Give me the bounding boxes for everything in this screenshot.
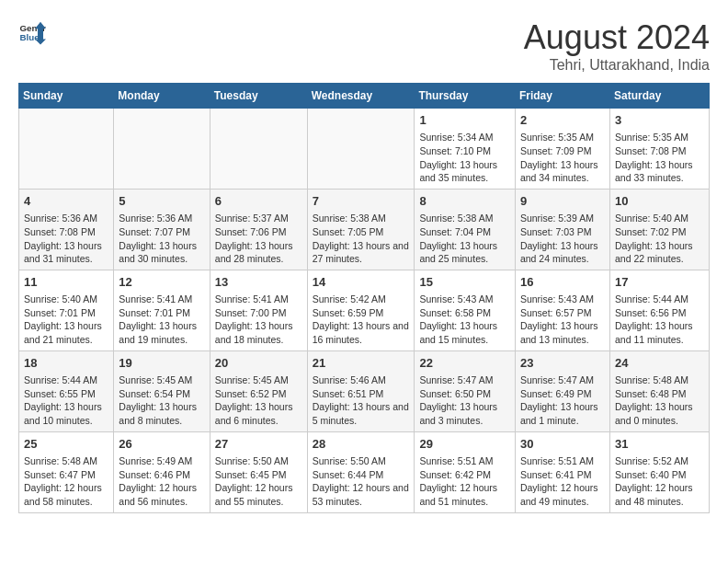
day-number: 18: [24, 355, 108, 372]
logo: General Blue: [18, 18, 46, 46]
day-info: Sunrise: 5:45 AM: [119, 373, 204, 387]
day-info: Daylight: 13 hours and 30 minutes.: [119, 239, 204, 266]
day-info: Sunset: 6:58 PM: [419, 306, 510, 320]
day-info: Daylight: 13 hours and 10 minutes.: [24, 400, 108, 427]
day-cell: 31Sunrise: 5:52 AMSunset: 6:40 PMDayligh…: [609, 431, 709, 512]
day-number: 23: [520, 355, 605, 372]
day-info: Sunset: 6:52 PM: [215, 387, 302, 401]
day-cell: 6Sunrise: 5:37 AMSunset: 7:06 PMDaylight…: [210, 189, 307, 270]
day-info: Sunset: 7:04 PM: [419, 225, 510, 239]
day-info: Sunrise: 5:35 AM: [615, 131, 704, 144]
day-info: Sunrise: 5:43 AM: [520, 293, 605, 306]
day-info: Daylight: 13 hours and 22 minutes.: [615, 239, 704, 266]
day-info: Sunrise: 5:49 AM: [119, 454, 204, 468]
day-info: Sunset: 7:01 PM: [24, 306, 108, 320]
day-info: Sunrise: 5:51 AM: [419, 454, 510, 468]
day-info: Sunrise: 5:44 AM: [615, 293, 704, 306]
day-cell: 2Sunrise: 5:35 AMSunset: 7:09 PMDaylight…: [515, 109, 609, 190]
day-cell: [307, 109, 415, 190]
day-info: Sunset: 6:45 PM: [215, 468, 302, 482]
day-number: 4: [24, 193, 108, 210]
day-info: Sunrise: 5:45 AM: [215, 373, 302, 387]
day-info: Sunset: 7:10 PM: [419, 144, 510, 158]
day-info: Daylight: 13 hours and 25 minutes.: [419, 239, 510, 266]
day-info: Daylight: 12 hours and 58 minutes.: [24, 481, 108, 508]
day-info: Daylight: 13 hours and 6 minutes.: [215, 400, 302, 427]
day-number: 13: [215, 274, 302, 291]
day-info: Sunrise: 5:48 AM: [24, 454, 108, 468]
day-number: 16: [520, 274, 605, 291]
day-info: Daylight: 13 hours and 16 minutes.: [313, 319, 410, 346]
day-info: Sunset: 6:46 PM: [119, 468, 204, 482]
day-cell: 24Sunrise: 5:48 AMSunset: 6:48 PMDayligh…: [609, 350, 709, 431]
title-area: August 2024 Tehri, Uttarakhand, India: [524, 18, 710, 74]
day-info: Daylight: 13 hours and 18 minutes.: [215, 319, 302, 346]
day-info: Sunset: 7:07 PM: [119, 225, 204, 239]
day-info: Daylight: 13 hours and 1 minute.: [520, 400, 605, 427]
day-info: Daylight: 13 hours and 28 minutes.: [215, 239, 302, 266]
day-info: Sunrise: 5:36 AM: [24, 212, 108, 225]
day-cell: [210, 109, 307, 190]
day-number: 29: [419, 436, 510, 453]
day-number: 1: [419, 112, 510, 129]
week-row-1: 1Sunrise: 5:34 AMSunset: 7:10 PMDaylight…: [19, 109, 710, 190]
day-cell: 28Sunrise: 5:50 AMSunset: 6:44 PMDayligh…: [307, 431, 415, 512]
day-info: Sunset: 7:05 PM: [313, 225, 410, 239]
day-number: 14: [313, 274, 410, 291]
day-cell: 16Sunrise: 5:43 AMSunset: 6:57 PMDayligh…: [515, 270, 609, 350]
day-info: Daylight: 13 hours and 8 minutes.: [119, 400, 204, 427]
day-number: 17: [615, 274, 704, 291]
day-info: Daylight: 13 hours and 33 minutes.: [615, 158, 704, 185]
day-number: 28: [313, 436, 410, 453]
day-info: Sunrise: 5:40 AM: [615, 212, 704, 225]
day-info: Sunset: 7:03 PM: [520, 225, 605, 239]
day-number: 12: [119, 274, 204, 291]
day-number: 2: [520, 112, 605, 129]
day-cell: 14Sunrise: 5:42 AMSunset: 6:59 PMDayligh…: [307, 270, 415, 350]
logo-icon: General Blue: [18, 18, 46, 46]
day-info: Sunrise: 5:43 AM: [419, 293, 510, 306]
day-number: 31: [615, 436, 704, 453]
day-info: Daylight: 13 hours and 21 minutes.: [24, 319, 108, 346]
week-row-2: 4Sunrise: 5:36 AMSunset: 7:08 PMDaylight…: [19, 189, 710, 270]
day-number: 7: [313, 193, 410, 210]
day-cell: 1Sunrise: 5:34 AMSunset: 7:10 PMDaylight…: [415, 109, 516, 190]
day-info: Sunset: 7:08 PM: [24, 225, 108, 239]
day-info: Daylight: 13 hours and 35 minutes.: [419, 158, 510, 185]
day-info: Sunrise: 5:35 AM: [520, 131, 605, 144]
day-cell: 23Sunrise: 5:47 AMSunset: 6:49 PMDayligh…: [515, 350, 609, 431]
calendar-table: SundayMondayTuesdayWednesdayThursdayFrid…: [18, 83, 710, 513]
day-info: Sunrise: 5:34 AM: [419, 131, 510, 144]
day-info: Sunrise: 5:47 AM: [419, 373, 510, 387]
day-cell: 4Sunrise: 5:36 AMSunset: 7:08 PMDaylight…: [19, 189, 114, 270]
day-info: Sunset: 7:06 PM: [215, 225, 302, 239]
day-number: 20: [215, 355, 302, 372]
day-number: 30: [520, 436, 605, 453]
day-info: Sunset: 7:01 PM: [119, 306, 204, 320]
day-info: Sunset: 6:56 PM: [615, 306, 704, 320]
day-cell: 5Sunrise: 5:36 AMSunset: 7:07 PMDaylight…: [114, 189, 210, 270]
day-info: Sunrise: 5:51 AM: [520, 454, 605, 468]
day-info: Daylight: 13 hours and 19 minutes.: [119, 319, 204, 346]
day-cell: 27Sunrise: 5:50 AMSunset: 6:45 PMDayligh…: [210, 431, 307, 512]
day-cell: 25Sunrise: 5:48 AMSunset: 6:47 PMDayligh…: [19, 431, 114, 512]
header: General Blue August 2024 Tehri, Uttarakh…: [18, 18, 710, 74]
day-info: Daylight: 13 hours and 27 minutes.: [313, 239, 410, 266]
day-info: Sunset: 6:41 PM: [520, 468, 605, 482]
header-row: SundayMondayTuesdayWednesdayThursdayFrid…: [19, 84, 710, 109]
day-info: Sunrise: 5:50 AM: [215, 454, 302, 468]
day-cell: 30Sunrise: 5:51 AMSunset: 6:41 PMDayligh…: [515, 431, 609, 512]
day-info: Daylight: 13 hours and 3 minutes.: [419, 400, 510, 427]
day-cell: 17Sunrise: 5:44 AMSunset: 6:56 PMDayligh…: [609, 270, 709, 350]
day-number: 9: [520, 193, 605, 210]
header-cell-sunday: Sunday: [19, 84, 114, 109]
day-info: Sunrise: 5:50 AM: [313, 454, 410, 468]
day-number: 8: [419, 193, 510, 210]
day-info: Sunset: 6:49 PM: [520, 387, 605, 401]
day-info: Daylight: 12 hours and 55 minutes.: [215, 481, 302, 508]
day-info: Sunrise: 5:38 AM: [313, 212, 410, 225]
day-number: 15: [419, 274, 510, 291]
day-cell: 3Sunrise: 5:35 AMSunset: 7:08 PMDaylight…: [609, 109, 709, 190]
day-info: Sunset: 6:40 PM: [615, 468, 704, 482]
day-number: 27: [215, 436, 302, 453]
